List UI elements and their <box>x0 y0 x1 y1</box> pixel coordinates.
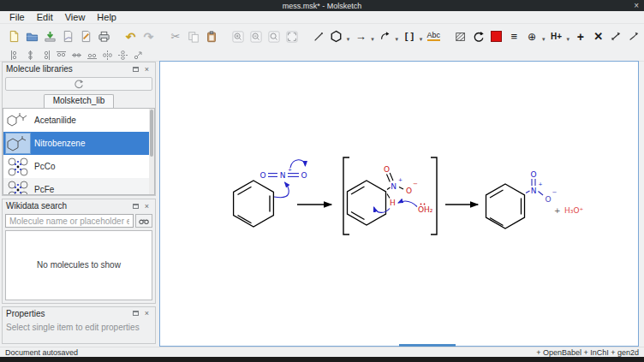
properties-dock-header: Properties × <box>3 307 155 320</box>
intermediate-nitro-group[interactable]: N + O O − <box>384 165 418 195</box>
copy-icon[interactable] <box>186 28 201 45</box>
zoom-fit-icon[interactable] <box>284 28 300 45</box>
arrow-water-to-hydrogen[interactable] <box>398 201 417 207</box>
color-swatch-icon[interactable] <box>489 28 504 45</box>
mechanism-arrow-dropdown-icon[interactable]: ▾ <box>396 36 399 43</box>
align-left-icon[interactable] <box>9 50 21 60</box>
hydrogen-dropdown-icon[interactable]: ▾ <box>566 36 569 43</box>
align-vcenter-icon[interactable] <box>24 50 36 60</box>
menu-view[interactable]: View <box>59 11 92 24</box>
wikidata-close-icon[interactable]: × <box>142 201 152 211</box>
menu-edit[interactable]: Edit <box>31 11 59 24</box>
molecule-thumbnail <box>5 110 31 131</box>
redo-icon[interactable]: ↷ <box>140 28 156 45</box>
charge-tool-icon[interactable]: ⊕ <box>524 28 540 45</box>
align-top-icon[interactable] <box>55 50 67 60</box>
align-bottom-icon[interactable] <box>86 50 98 60</box>
properties-hint: Select single item to edit properties <box>3 320 155 335</box>
binoculars-icon <box>139 217 149 225</box>
save-icon[interactable] <box>43 28 58 45</box>
new-document-icon[interactable] <box>7 28 22 45</box>
rotate-tool-icon[interactable] <box>471 28 486 45</box>
list-item-pcco[interactable]: PcCo <box>3 155 154 178</box>
zoom-in-icon[interactable] <box>230 28 246 45</box>
properties-float-icon[interactable] <box>131 309 140 318</box>
align-right-icon[interactable] <box>39 50 51 60</box>
window-close-icon[interactable]: × <box>634 0 639 11</box>
paste-icon[interactable] <box>204 28 219 45</box>
bracket-dropdown-icon[interactable]: ▾ <box>420 36 423 43</box>
tab-molsketch-lib[interactable]: Molsketch_lib <box>44 94 115 108</box>
product-nitro-group[interactable]: N + O O − <box>526 170 558 204</box>
arrow-no-bond-to-oxygen[interactable] <box>290 160 306 168</box>
intermediate-hydrogen[interactable]: H <box>387 194 396 208</box>
add-item-icon[interactable]: + <box>573 28 588 45</box>
ring-tool-dropdown-icon[interactable]: ▾ <box>347 36 350 43</box>
library-tabs: Molsketch_lib <box>3 94 155 108</box>
undo-icon[interactable]: ↶ <box>123 28 139 45</box>
reaction-arrow-tool-icon[interactable]: → <box>353 28 368 45</box>
molecule-name: PcCo <box>34 162 55 171</box>
optimize-molecule-icon[interactable] <box>626 28 641 45</box>
selection-tool-icon[interactable] <box>453 28 468 45</box>
svg-text:O: O <box>530 170 536 179</box>
arrow-ch-bond-to-ring[interactable] <box>374 207 391 212</box>
libraries-dock-title: Molecule libraries <box>6 64 129 74</box>
library-scrollbar[interactable] <box>149 109 154 194</box>
rotate-item-icon[interactable] <box>132 50 144 60</box>
save-as-icon[interactable] <box>60 28 75 45</box>
mechanism-arrow-tool-icon[interactable] <box>378 28 393 45</box>
benzene-reactant[interactable] <box>234 181 274 227</box>
main-toolbar: ↶ ↷ ✂ ▾ → ▾ ▾ [ ] ▾ Abc ≡ ⊕ ▾ H+ ▾ <box>0 24 644 49</box>
autosave-status: Document autosaved <box>5 348 536 357</box>
hydrogen-tool-icon[interactable]: H+ <box>549 28 564 45</box>
text-tool-icon[interactable]: Abc <box>426 28 441 45</box>
libraries-float-icon[interactable] <box>131 64 140 74</box>
properties-dock: Properties × Select single item to edit … <box>2 306 156 344</box>
ring-tool-icon[interactable] <box>329 28 344 45</box>
optimize-bonds-icon[interactable] <box>609 28 624 45</box>
menu-help[interactable]: Help <box>91 11 122 24</box>
wikidata-search-button[interactable] <box>135 214 152 228</box>
water-molecule[interactable]: OH₂ <box>418 204 433 214</box>
draw-bond-icon[interactable] <box>311 28 326 45</box>
wikidata-float-icon[interactable] <box>131 201 140 211</box>
align-hcenter-icon[interactable] <box>70 50 82 60</box>
refresh-libraries-button[interactable] <box>5 77 152 91</box>
menubar: File Edit View Help <box>0 11 644 24</box>
export-document-icon[interactable] <box>78 28 93 45</box>
wikidata-search-input[interactable] <box>5 214 134 228</box>
arenium-ring[interactable] <box>348 181 386 225</box>
list-item-pcfe[interactable]: PcFe <box>3 178 154 195</box>
reaction-arrow-dropdown-icon[interactable]: ▾ <box>371 36 374 43</box>
list-item-nitrobenzene[interactable]: Nitrobenzene <box>3 132 154 155</box>
nitronium-ion[interactable]: O N + O <box>259 166 307 180</box>
window-title: mess.msk* - Molsketch <box>283 2 362 10</box>
print-icon[interactable] <box>96 28 111 45</box>
hydronium-ion[interactable]: H₃O⁺ <box>564 206 583 215</box>
delete-tool-icon[interactable]: ✕ <box>591 28 606 45</box>
arrow-benzene-to-nitronium[interactable] <box>274 182 289 198</box>
zoom-out-icon[interactable] <box>248 28 264 45</box>
brackets[interactable] <box>343 157 437 234</box>
cut-icon[interactable]: ✂ <box>168 28 183 45</box>
zoom-reset-icon[interactable] <box>266 28 282 45</box>
open-folder-icon[interactable] <box>25 28 40 45</box>
molecule-libraries-dock: Molecule libraries × Molsketch_lib Aceta… <box>2 62 156 196</box>
line-width-icon[interactable]: ≡ <box>506 28 522 45</box>
flip-horizontal-icon[interactable] <box>101 50 113 60</box>
libraries-close-icon[interactable]: × <box>142 64 152 74</box>
drawing-canvas[interactable]: O N + O <box>159 61 639 347</box>
properties-close-icon[interactable]: × <box>142 309 152 318</box>
list-item-acetanilide[interactable]: Acetanilide <box>3 109 154 132</box>
flip-vertical-icon[interactable] <box>116 50 128 60</box>
svg-text:−: − <box>552 189 558 196</box>
bracket-tool-icon[interactable]: [ ] <box>402 28 417 45</box>
menu-file[interactable]: File <box>3 11 31 24</box>
svg-text:O: O <box>259 171 265 180</box>
wikidata-dock-header: Wikidata search × <box>3 199 155 212</box>
charge-dropdown-icon[interactable]: ▾ <box>542 36 546 43</box>
align-toolbar <box>0 49 644 62</box>
nitrobenzene-product[interactable] <box>486 184 525 228</box>
molecule-list: Acetanilide Nitrobenzene PcCo <box>3 108 155 195</box>
